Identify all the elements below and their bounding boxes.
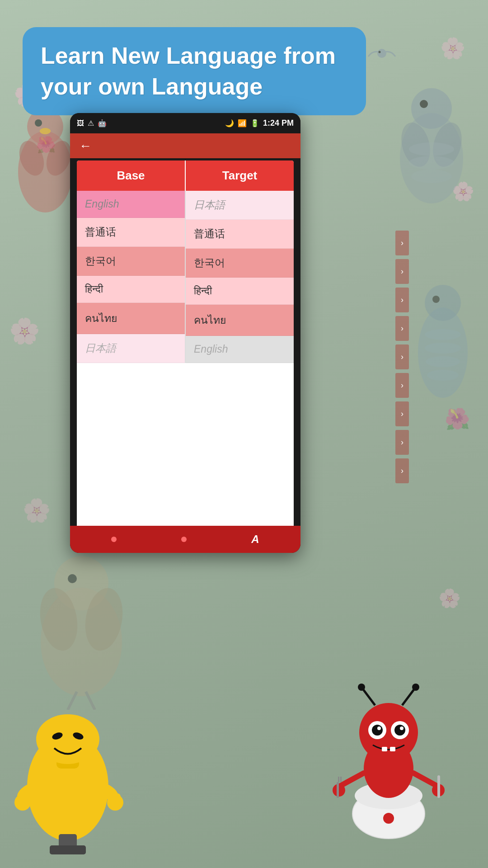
base-lang-hindi[interactable]: हिन्दी	[77, 276, 185, 303]
column-headers: Base Target	[77, 160, 294, 191]
bottom-dot-1	[111, 537, 117, 542]
arrow-btn-1[interactable]: ›	[395, 231, 409, 255]
base-header[interactable]: Base	[77, 160, 185, 191]
svg-point-10	[420, 100, 428, 108]
back-button[interactable]: ←	[79, 139, 92, 153]
moon-icon: 🌙	[225, 119, 234, 127]
base-language-column: English 普通话 한국어 हिन्दी คนไทย 日本語	[77, 191, 185, 363]
photo-icon: 🖼	[77, 119, 84, 127]
app-bottom-bar: A	[70, 526, 300, 553]
target-lang-english[interactable]: English	[186, 336, 294, 363]
svg-point-22	[425, 285, 461, 321]
arrow-btn-5[interactable]: ›	[395, 344, 409, 369]
dialog-white-space	[77, 363, 294, 526]
language-rows: English 普通话 한국어 हिन्दी คนไทย 日本語 日本語 普通话…	[77, 191, 294, 363]
target-lang-korean[interactable]: 한국어	[186, 249, 294, 278]
svg-point-30	[377, 49, 386, 58]
svg-point-26	[426, 356, 460, 367]
svg-point-24	[425, 329, 461, 340]
svg-point-18	[68, 574, 77, 583]
svg-point-4	[35, 119, 42, 127]
language-dialog: Base Target English 普通话 한국어 हिन्दी คนไทย…	[77, 160, 294, 526]
svg-point-12	[409, 156, 454, 170]
arrow-btn-9[interactable]: ›	[395, 458, 409, 483]
arrow-btn-8[interactable]: ›	[395, 430, 409, 455]
base-lang-mandarin[interactable]: 普通话	[77, 218, 185, 247]
battery-icon: 🔋	[250, 119, 259, 127]
target-language-column: 日本語 普通话 한국어 हिन्दी คนไทย English	[186, 191, 294, 363]
svg-point-7	[411, 88, 452, 129]
bottom-dot-2	[181, 537, 187, 542]
svg-point-5	[40, 128, 51, 134]
svg-point-27	[427, 370, 459, 381]
target-lang-japanese[interactable]: 日本語	[186, 191, 294, 220]
target-lang-thai[interactable]: คนไทย	[186, 305, 294, 336]
svg-point-31	[379, 51, 381, 53]
arrow-btn-3[interactable]: ›	[395, 288, 409, 312]
base-lang-thai[interactable]: คนไทย	[77, 303, 185, 334]
svg-point-25	[425, 343, 461, 354]
arrow-btn-7[interactable]: ›	[395, 401, 409, 426]
wifi-icon: 📶	[238, 119, 247, 127]
base-lang-japanese[interactable]: 日本語	[77, 334, 185, 363]
status-left-icons: 🖼 ⚠ 🤖	[77, 119, 107, 127]
arrow-btn-4[interactable]: ›	[395, 316, 409, 341]
app-topbar: ←	[70, 133, 300, 158]
android-icon: 🤖	[98, 119, 107, 127]
target-lang-mandarin[interactable]: 普通话	[186, 220, 294, 249]
status-time: 1:24 PM	[263, 118, 294, 128]
status-bar: 🖼 ⚠ 🤖 🌙 📶 🔋 1:24 PM	[70, 113, 300, 133]
right-arrow-buttons: › › › › › › › › ›	[395, 231, 409, 487]
svg-point-11	[409, 142, 454, 156]
arrow-btn-2[interactable]: ›	[395, 259, 409, 284]
base-lang-korean[interactable]: 한국어	[77, 247, 185, 276]
arrow-btn-6[interactable]: ›	[395, 373, 409, 398]
status-right-icons: 🌙 📶 🔋 1:24 PM	[225, 118, 294, 128]
top-banner: Learn New Language from your own Languag…	[23, 27, 366, 115]
banner-text: Learn New Language from your own Languag…	[41, 41, 348, 102]
base-lang-english[interactable]: English	[77, 191, 185, 218]
warning-icon: ⚠	[88, 119, 94, 127]
target-header[interactable]: Target	[185, 160, 294, 191]
phone-mockup: 🖼 ⚠ 🤖 🌙 📶 🔋 1:24 PM ← Base Target Englis…	[70, 113, 300, 553]
svg-point-13	[411, 170, 452, 183]
font-icon: A	[251, 533, 259, 546]
target-lang-hindi[interactable]: हिन्दी	[186, 278, 294, 305]
svg-point-23	[432, 296, 440, 303]
